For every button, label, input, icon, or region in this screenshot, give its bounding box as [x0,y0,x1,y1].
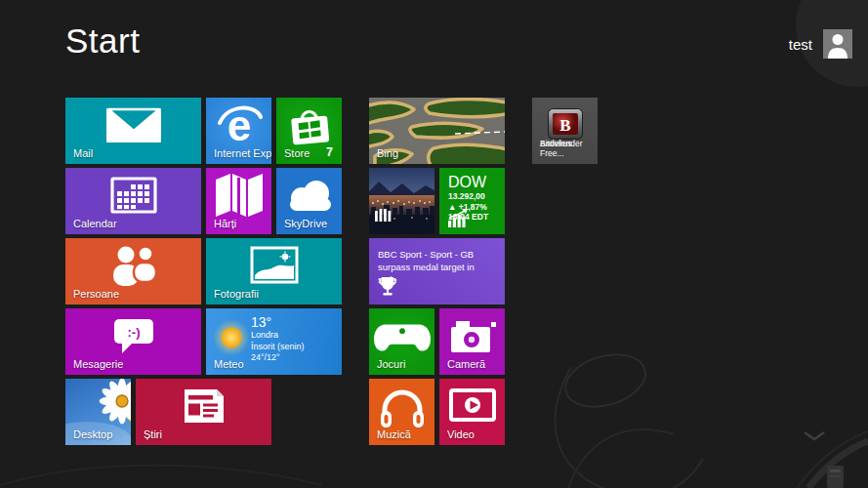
tile-label: Video [447,428,475,440]
tile-travel-photo[interactable] [369,168,434,234]
tile-label: Mail [73,147,93,159]
tile-group-3: B Bitdefender Antivirus Free... [532,98,598,445]
corner-widget-glimpse [827,466,844,488]
photo-icon [249,245,300,286]
tile-label: Calendar [73,218,117,229]
tile-area: Mail e Internet Explorer [65,98,598,445]
chevron-down-icon[interactable] [803,430,826,442]
weather-high-low: 24°/12° [251,352,305,364]
tile-label: Cameră [447,358,485,370]
trophy-icon [378,275,397,297]
tile-bitdefender[interactable]: B Bitdefender Antivirus Free... [532,98,598,164]
tile-label: Știri [144,428,162,440]
weather-city: Londra [251,330,305,342]
tile-label: Hărți [214,218,236,229]
tile-label: Muzică [377,428,411,440]
tile-label: Internet Explorer [214,147,271,159]
tile-desktop[interactable]: Desktop [65,379,131,445]
tile-label: SkyDrive [284,218,327,229]
sun-icon [212,318,251,357]
tile-people[interactable]: Persoane [65,238,201,305]
svg-text::-): :-) [127,325,140,340]
tile-calendar[interactable]: Calendar [65,168,201,234]
xbox-controller-icon [374,318,431,353]
newspaper-icon [181,386,227,426]
calendar-icon [109,176,158,215]
tile-mail[interactable]: Mail [65,98,201,164]
user-name: test [789,36,812,53]
tile-skydrive[interactable]: SkyDrive [276,168,342,234]
tile-finance-dow[interactable]: DOW 13.292,00 ▲ +1,87% 16:04 EDT [439,168,505,234]
tile-label: Meteo [214,358,244,370]
tile-label: Fotografii [214,288,259,300]
weather-condition: Însorit (senin) [251,342,305,353]
camera-icon [447,315,498,356]
tile-label: Jocuri [377,358,405,370]
tile-music[interactable]: Muzică [369,379,434,445]
people-icon [105,243,162,288]
tile-camera[interactable]: Cameră [439,308,505,375]
internet-explorer-icon: e [215,102,264,148]
map-icon [212,169,267,222]
headphones-icon [377,384,428,428]
weather-temperature: 13° [251,314,305,330]
tile-label: Desktop [73,428,112,440]
tile-maps[interactable]: Hărți [206,168,271,234]
tile-label: Store [284,147,310,159]
tile-group-2: Bing [369,98,505,445]
bitdefender-logo-icon: B [547,107,584,141]
weather-info: 13° Londra Însorit (senin) 24°/12° [251,314,305,364]
tile-label: Persoane [73,288,119,300]
tile-photos[interactable]: Fotografii [206,238,342,305]
tile-news[interactable]: Știri [136,379,271,445]
tile-store[interactable]: Store 7 [276,98,342,164]
chat-bubble-icon: :-) [109,315,158,356]
tile-bbc-sport[interactable]: BBC Sport - Sport - GB surpass medal tar… [369,238,505,305]
city-dusk-photo [369,168,434,234]
bar-chart-up-icon [447,208,471,227]
tile-games[interactable]: Jocuri [369,308,434,375]
user-account[interactable]: test [789,29,852,59]
tile-messaging[interactable]: :-) Mesagerie [65,308,201,375]
start-screen: Start test Mail e Internet [0,0,868,488]
play-screen-icon [449,387,496,425]
store-bag-icon [287,102,332,147]
tile-bing[interactable]: Bing [369,98,505,164]
tile-label: Mesagerie [73,358,123,370]
tile-group-1: Mail e Internet Explorer [65,98,342,445]
tile-label: Bing [377,147,398,159]
dow-value: 13.292,00 [448,191,488,202]
bitdefender-subtitle: Antivirus Free... [540,139,598,158]
envelope-icon [104,104,163,145]
store-badge: 7 [326,145,333,159]
tile-video[interactable]: Video [439,379,505,445]
user-avatar-icon [823,29,852,59]
cloud-icon [282,177,337,214]
tile-weather[interactable]: 13° Londra Însorit (senin) 24°/12° Meteo [206,308,342,375]
tile-internet-explorer[interactable]: e Internet Explorer [206,98,271,164]
page-title: Start [65,21,140,61]
svg-text:B: B [559,116,570,135]
dow-index-name: DOW [448,173,488,191]
